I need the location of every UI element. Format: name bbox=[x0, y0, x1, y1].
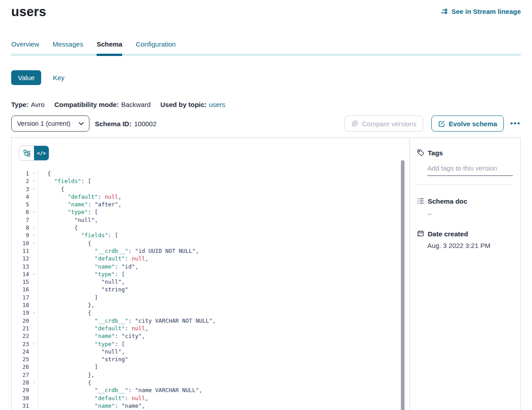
fold-spacer bbox=[31, 301, 37, 309]
code-line: 27 }, bbox=[12, 371, 409, 379]
schema-doc-value: -- bbox=[427, 210, 513, 218]
tags-title: Tags bbox=[428, 149, 443, 157]
line-number: 10 bbox=[12, 239, 29, 247]
line-number: 29 bbox=[12, 386, 29, 394]
line-number: 28 bbox=[12, 379, 29, 386]
fold-toggle-icon[interactable]: ▾ bbox=[31, 239, 37, 247]
version-select[interactable]: Version 1 (current) bbox=[11, 115, 89, 132]
code-line: 1▾{ bbox=[12, 170, 409, 177]
date-created-value: Aug. 3 2022 3:21 PM bbox=[427, 242, 513, 249]
line-number: 6 bbox=[12, 208, 29, 216]
line-number: 1 bbox=[12, 170, 29, 177]
fold-toggle-icon[interactable]: ▾ bbox=[31, 340, 37, 348]
code-line: 10▾ { bbox=[12, 239, 409, 247]
tags-section-header: Tags bbox=[417, 149, 513, 157]
stream-lineage-icon bbox=[441, 8, 448, 15]
fold-spacer bbox=[31, 201, 37, 208]
tab-bar: Overview Messages Schema Configuration bbox=[11, 40, 521, 56]
code-line-text: ] bbox=[38, 363, 98, 371]
code-line: 12 "default": null, bbox=[12, 255, 409, 262]
date-created-header: Date created bbox=[417, 230, 513, 238]
value-key-toggle: Value Key bbox=[11, 70, 521, 85]
fold-toggle-icon[interactable]: ▾ bbox=[31, 224, 37, 231]
code-line: 13 "name": "id", bbox=[12, 263, 409, 270]
tab-schema[interactable]: Schema bbox=[97, 40, 123, 54]
line-number: 24 bbox=[12, 348, 29, 355]
tab-overview[interactable]: Overview bbox=[11, 40, 39, 54]
code-line-text: { bbox=[38, 309, 91, 316]
code-line-text: "name": "city", bbox=[38, 332, 145, 340]
evolve-schema-label: Evolve schema bbox=[449, 120, 497, 128]
code-line: 14▾ "type": [ bbox=[12, 270, 409, 278]
schema-doc-section: Schema doc -- bbox=[417, 197, 513, 218]
schema-meta-row: Type: Avro Compatibility mode: Backward … bbox=[11, 101, 521, 108]
calendar-plus-icon bbox=[417, 230, 425, 238]
version-select-value: Version 1 (current) bbox=[17, 120, 70, 127]
code-line-text: "__crdb__": "city VARCHAR NOT NULL", bbox=[38, 317, 216, 325]
line-number: 4 bbox=[12, 193, 29, 201]
code-line: 9▾ "fields": [ bbox=[12, 231, 409, 239]
code-line-text: "null", bbox=[38, 348, 125, 355]
line-number: 26 bbox=[12, 363, 29, 371]
code-line: 22 "name": "city", bbox=[12, 332, 409, 340]
code-line-text: "fields": [ bbox=[38, 231, 118, 239]
code-line: 3▾ { bbox=[12, 185, 409, 193]
version-bar: Version 1 (current) Schema ID:100002 C bbox=[11, 115, 521, 132]
code-line: 8▾ { bbox=[12, 224, 409, 231]
more-actions-button[interactable]: ••• bbox=[510, 115, 521, 132]
code-line-text: "type": [ bbox=[38, 270, 125, 278]
code-line-text: { bbox=[38, 379, 91, 386]
line-number: 21 bbox=[12, 325, 29, 332]
tab-configuration[interactable]: Configuration bbox=[136, 40, 175, 54]
code-line-text: "null", bbox=[38, 278, 125, 286]
line-number: 11 bbox=[12, 247, 29, 255]
code-line-text: "default": null, bbox=[38, 255, 149, 262]
line-number: 30 bbox=[12, 394, 29, 402]
code-line-text: "default": null, bbox=[38, 325, 149, 332]
add-tags-input[interactable] bbox=[427, 164, 513, 176]
line-number: 31 bbox=[12, 402, 29, 410]
fold-toggle-icon[interactable]: ▾ bbox=[31, 231, 37, 239]
fold-toggle-icon[interactable]: ▾ bbox=[31, 185, 37, 193]
line-number: 8 bbox=[12, 224, 29, 231]
schema-id-label: Schema ID: bbox=[95, 120, 132, 128]
line-number: 22 bbox=[12, 332, 29, 340]
code-line-text: "type": [ bbox=[38, 208, 98, 216]
fold-toggle-icon[interactable]: ▾ bbox=[31, 309, 37, 316]
line-number: 17 bbox=[12, 294, 29, 301]
topic-link[interactable]: users bbox=[209, 101, 226, 108]
fold-toggle-icon[interactable]: ▾ bbox=[31, 270, 37, 278]
line-number: 25 bbox=[12, 355, 29, 363]
compare-versions-button[interactable]: Compare versions bbox=[345, 115, 423, 132]
fold-spacer bbox=[31, 363, 37, 371]
fold-toggle-icon[interactable]: ▾ bbox=[31, 379, 37, 386]
fold-toggle-icon[interactable]: ▾ bbox=[31, 170, 37, 177]
page-header: users See in Stream lineage bbox=[0, 0, 532, 19]
sidebar-divider bbox=[417, 184, 512, 185]
code-view-button[interactable]: </> bbox=[34, 146, 49, 160]
fold-toggle-icon[interactable]: ▾ bbox=[31, 177, 37, 185]
tab-messages[interactable]: Messages bbox=[53, 40, 83, 54]
code-line: 16 "string" bbox=[12, 286, 409, 293]
code-line: 5 "name": "after", bbox=[12, 201, 409, 208]
tag-icon bbox=[417, 149, 425, 157]
stream-lineage-link[interactable]: See in Stream lineage bbox=[441, 8, 521, 15]
code-view-icon: </> bbox=[37, 150, 46, 156]
tree-view-button[interactable] bbox=[19, 146, 34, 160]
type-label: Type: bbox=[11, 101, 29, 108]
code-line: 20 "__crdb__": "city VARCHAR NOT NULL", bbox=[12, 317, 409, 325]
value-toggle-button[interactable]: Value bbox=[11, 70, 41, 85]
fold-spacer bbox=[31, 355, 37, 363]
line-number: 5 bbox=[12, 201, 29, 208]
evolve-schema-button[interactable]: Evolve schema bbox=[431, 115, 504, 132]
line-number: 23 bbox=[12, 340, 29, 348]
code-line: 15 "null", bbox=[12, 278, 409, 286]
code-line-text: "__crdb__": "name VARCHAR NULL", bbox=[38, 386, 202, 394]
key-toggle-button[interactable]: Key bbox=[53, 70, 64, 85]
code-line: 24 "null", bbox=[12, 348, 409, 355]
fold-toggle-icon[interactable]: ▾ bbox=[31, 208, 37, 216]
fold-spacer bbox=[31, 325, 37, 332]
editor-scrollbar-thumb[interactable] bbox=[401, 160, 404, 410]
line-number: 15 bbox=[12, 278, 29, 286]
date-created-section: Date created Aug. 3 2022 3:21 PM bbox=[417, 230, 513, 249]
